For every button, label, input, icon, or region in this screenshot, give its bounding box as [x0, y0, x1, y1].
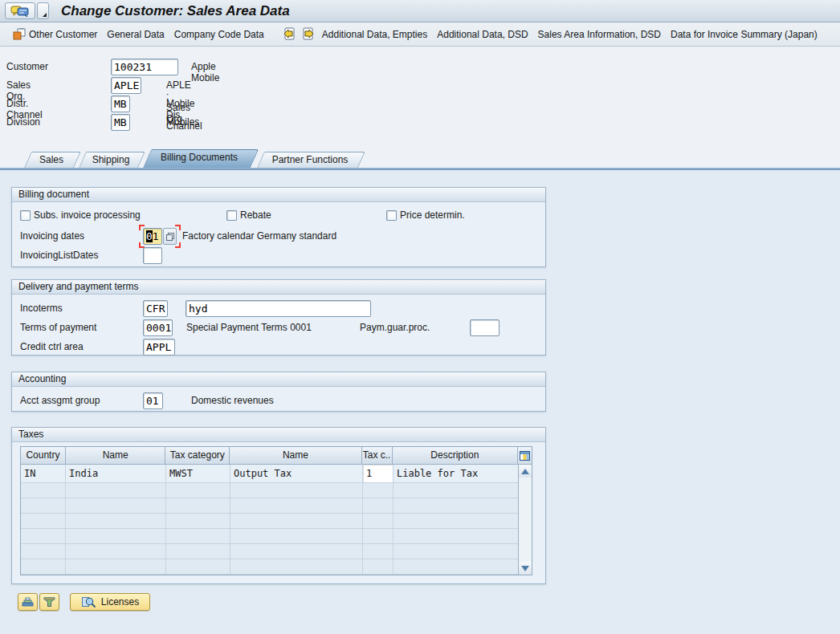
column-header-tax-category[interactable]: Tax category: [165, 447, 230, 465]
filter-funnel-icon: [43, 596, 55, 608]
invoicing-dates-input[interactable]: 01: [143, 228, 162, 245]
invoicing-list-dates-input[interactable]: [143, 247, 162, 264]
page-arrow-right-icon: [301, 27, 315, 41]
sap-window: Change Customer: Sales Area Data Other C…: [0, 0, 840, 634]
other-customer-label: Other Customer: [29, 29, 97, 40]
other-object-icon: [13, 28, 26, 40]
rebate-label: Rebate: [240, 209, 271, 221]
delivery-payment-title: Delivery and payment terms: [12, 280, 545, 295]
tax-table-empty-row: [21, 544, 532, 559]
rebate-checkbox[interactable]: [226, 210, 237, 221]
company-code-data-label: Company Code Data: [174, 29, 264, 40]
price-determin-checkbox-group: Price determin.: [386, 209, 465, 221]
paym-guar-proc-label: Paym.guar.proc.: [360, 322, 430, 333]
taxes-title: Taxes: [12, 428, 545, 442]
additional-data-dsd-label: Additional Data, DSD: [437, 29, 528, 40]
subs-invoice-processing-checkbox-group: Subs. invoice processing: [20, 209, 141, 221]
billing-document-title: Billing document: [12, 188, 545, 202]
rebate-checkbox-group: Rebate: [226, 209, 271, 221]
other-customer-button[interactable]: Other Customer: [8, 26, 102, 42]
tab-partner-functions-label: Partner Functions: [257, 152, 358, 165]
acct-assgmt-group-input[interactable]: 01: [143, 392, 163, 409]
licenses-button-label: Licenses: [101, 596, 139, 608]
terms-of-payment-label: Terms of payment: [20, 322, 96, 333]
previous-screen-button[interactable]: [280, 26, 299, 43]
invoicing-dates-label: Invoicing dates: [20, 230, 84, 242]
tab-sales-label: Sales: [24, 152, 74, 165]
filter-button[interactable]: [39, 593, 59, 611]
column-header-name2[interactable]: Name: [230, 447, 361, 465]
cell-country[interactable]: IN: [21, 465, 66, 483]
overlapping-squares-icon: [165, 232, 175, 242]
scroll-up-button[interactable]: [519, 465, 532, 478]
dropdown-caret-icon: [43, 13, 47, 17]
general-data-label: General Data: [107, 29, 164, 40]
tab-sales[interactable]: Sales: [24, 152, 74, 168]
subs-invoice-processing-checkbox[interactable]: [20, 210, 31, 221]
gos-menu-dropdown-button[interactable]: [37, 2, 49, 19]
tax-table-empty-row: [21, 498, 532, 514]
tab-partner-functions[interactable]: Partner Functions: [257, 152, 358, 168]
invoicing-dates-description: Factory calendar Germany standard: [182, 230, 336, 242]
general-data-button[interactable]: General Data: [102, 27, 169, 42]
tax-table-row: IN India MWST Output Tax 1 Liable for Ta…: [21, 465, 532, 483]
price-determin-checkbox[interactable]: [386, 210, 397, 221]
tab-shipping[interactable]: Shipping: [79, 152, 138, 168]
arrow-up-icon: [521, 469, 529, 474]
incoterms-code-input[interactable]: CFR: [143, 300, 168, 317]
column-header-tax-classification[interactable]: Tax c..: [362, 447, 393, 465]
title-bar: Change Customer: Sales Area Data: [0, 0, 840, 22]
application-toolbar: Other Customer General Data Company Code…: [0, 22, 840, 47]
cell-country-name[interactable]: India: [66, 465, 166, 483]
credit-ctrl-area-input[interactable]: APPL: [143, 339, 175, 356]
tab-shipping-label: Shipping: [79, 152, 138, 165]
credit-ctrl-area-label: Credit ctrl area: [20, 341, 84, 352]
arrow-down-icon: [521, 566, 529, 571]
table-vertical-scrollbar[interactable]: [518, 465, 532, 575]
table-configuration-button[interactable]: [518, 447, 532, 465]
division-description: Mobiles: [166, 116, 199, 128]
invoicing-dates-matchcode-button[interactable]: [163, 228, 177, 245]
next-screen-button[interactable]: [299, 26, 317, 43]
sales-area-information-dsd-label: Sales Area Information, DSD: [538, 29, 661, 40]
cell-description[interactable]: Liable for Tax: [393, 465, 520, 483]
page-arrow-left-icon: [283, 27, 296, 41]
accounting-groupbox: Accounting Acct assgmt group 01 Domestic…: [11, 372, 546, 412]
company-code-data-button[interactable]: Company Code Data: [169, 27, 269, 42]
additional-data-empties-button[interactable]: Additional Data, Empties: [317, 27, 432, 42]
sort-ascending-icon: [22, 596, 34, 608]
incoterms-text-input[interactable]: hyd: [186, 300, 371, 317]
services-for-object-button[interactable]: [5, 2, 35, 19]
terms-of-payment-description: Special Payment Terms 0001: [186, 322, 312, 333]
tax-table-empty-row: [21, 483, 532, 498]
column-header-country[interactable]: Country: [21, 447, 66, 465]
tax-table-empty-row: [21, 559, 532, 575]
cell-tax-name[interactable]: Output Tax: [230, 465, 363, 483]
customer-label: Customer: [6, 61, 48, 72]
taxes-groupbox: Taxes Country Name Tax category Name Tax…: [11, 427, 546, 584]
scroll-down-button[interactable]: [519, 562, 532, 575]
price-determin-label: Price determin.: [400, 209, 465, 221]
cell-tax-category[interactable]: MWST: [166, 465, 230, 483]
sort-ascending-button[interactable]: [18, 593, 38, 611]
division-input[interactable]: MB: [111, 114, 130, 131]
sales-area-information-dsd-button[interactable]: Sales Area Information, DSD: [533, 27, 666, 42]
cell-tax-classification-input[interactable]: 1: [363, 465, 393, 483]
column-header-description[interactable]: Description: [393, 447, 519, 465]
column-header-name1[interactable]: Name: [66, 447, 166, 465]
customer-input[interactable]: 100231: [111, 59, 178, 75]
tab-billing-documents[interactable]: Billing Documents: [143, 149, 251, 168]
tax-table-empty-row: [21, 529, 532, 544]
acct-assgmt-group-description: Domestic revenues: [191, 395, 274, 406]
additional-data-empties-label: Additional Data, Empties: [322, 29, 427, 40]
distr-channel-input[interactable]: MB: [111, 96, 130, 112]
data-for-invoice-summary-japan-button[interactable]: Data for Invoice Summary (Japan): [666, 27, 822, 42]
customer-key-area: Customer 100231 Apple Mobile Sales Org. …: [0, 47, 840, 149]
licenses-button[interactable]: Licenses: [70, 593, 150, 611]
paym-guar-proc-input[interactable]: [470, 319, 500, 336]
incoterms-label: Incoterms: [20, 303, 63, 314]
additional-data-dsd-button[interactable]: Additional Data, DSD: [432, 27, 532, 42]
sales-org-input[interactable]: APLE: [111, 77, 141, 94]
terms-of-payment-input[interactable]: 0001: [143, 319, 173, 336]
speech-bubbles-icon: [10, 5, 30, 18]
